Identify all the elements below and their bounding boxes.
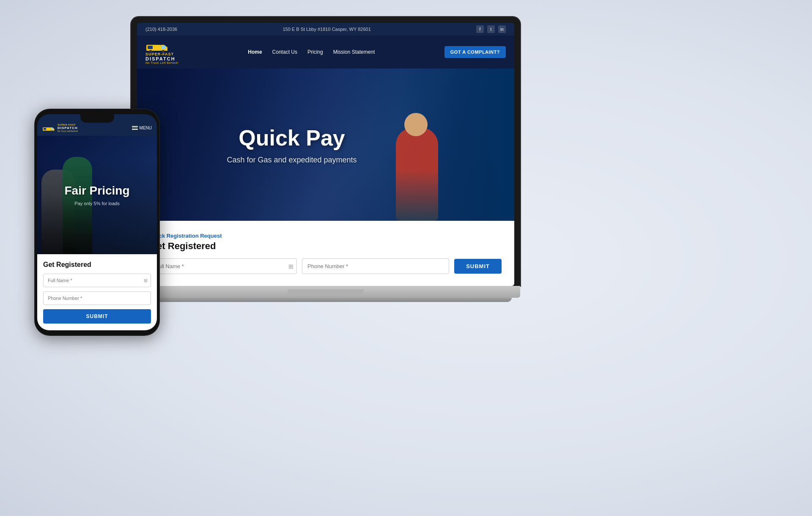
name-input-icon: ⊞ bbox=[288, 263, 294, 270]
phone-input[interactable] bbox=[302, 258, 449, 274]
full-name-wrap: ⊞ bbox=[150, 258, 297, 274]
hamburger-icon bbox=[132, 126, 138, 130]
site-hero: Quick Pay Cash for Gas and expedited pay… bbox=[137, 69, 514, 221]
nav-contact[interactable]: Contact Us bbox=[272, 49, 297, 55]
phone-notch bbox=[80, 114, 114, 123]
phone-wrap bbox=[302, 258, 449, 274]
phone-logo-icon bbox=[42, 124, 55, 132]
phone-menu-button[interactable]: MENU bbox=[132, 126, 152, 130]
social-icons: f t in bbox=[476, 25, 506, 33]
phone-brand-tagline: No Truck Left Behind! bbox=[58, 130, 78, 132]
phone-hero-subtitle: Pay only 5% for loads bbox=[64, 201, 129, 206]
phone-phone-input[interactable] bbox=[43, 291, 151, 305]
svg-rect-4 bbox=[148, 46, 153, 49]
twitter-icon[interactable]: t bbox=[487, 25, 495, 33]
reg-submit-button[interactable]: SUBMIT bbox=[454, 259, 502, 274]
hero-title: Quick Pay bbox=[227, 125, 357, 151]
full-name-input[interactable] bbox=[150, 258, 297, 274]
brand-dispatch: DISPATCH bbox=[145, 56, 176, 61]
laptop-screen-inner: (210) 418-2036 150 E B St Lbby #1810 Cas… bbox=[137, 23, 514, 286]
phone-reg-title: Get Registered bbox=[43, 261, 151, 269]
hero-person-figure bbox=[387, 102, 455, 221]
brand-tagline: No Truck Left Behind! bbox=[145, 61, 178, 64]
svg-rect-5 bbox=[162, 46, 166, 49]
phone-hero-content: Fair Pricing Pay only 5% for loads bbox=[58, 184, 136, 206]
hero-subtitle: Cash for Gas and expedited payments bbox=[227, 156, 357, 165]
logo-truck-icon bbox=[145, 40, 169, 52]
complaint-button[interactable]: GOT A COMPLAINT? bbox=[444, 46, 506, 58]
phone-logo-area: SUPER-FAST DISPATCH No Truck Left Behind… bbox=[42, 124, 78, 132]
topbar-address: 150 E B St Lbby #1810 Casper, WY 82601 bbox=[283, 27, 370, 32]
laptop-base bbox=[131, 286, 520, 298]
site-topbar: (210) 418-2036 150 E B St Lbby #1810 Cas… bbox=[137, 23, 514, 36]
phone-brand-dispatch: DISPATCH bbox=[58, 126, 78, 130]
site-navbar: SUPER-FAST DISPATCH No Truck Left Behind… bbox=[137, 36, 514, 69]
phone-hero-title: Fair Pricing bbox=[64, 184, 129, 198]
nav-home[interactable]: Home bbox=[248, 49, 262, 55]
phone-outer: SUPER-FAST DISPATCH No Truck Left Behind… bbox=[35, 109, 159, 335]
facebook-icon[interactable]: f bbox=[476, 25, 484, 33]
hero-content: Quick Pay Cash for Gas and expedited pay… bbox=[227, 125, 357, 165]
brand-super-fast: SUPER-FAST bbox=[145, 52, 174, 56]
svg-rect-11 bbox=[51, 128, 53, 129]
site-registration: Quick Registration Request Get Registere… bbox=[137, 221, 514, 286]
nav-mission[interactable]: Mission Statement bbox=[333, 49, 375, 55]
phone-full-name-wrap: ⊞ bbox=[43, 274, 151, 287]
svg-rect-10 bbox=[44, 128, 47, 129]
phone-name-icon: ⊞ bbox=[144, 278, 148, 283]
phone-menu-label: MENU bbox=[140, 126, 152, 130]
laptop-screen-outer: (210) 418-2036 150 E B St Lbby #1810 Cas… bbox=[131, 17, 520, 286]
phone-registration: Get Registered ⊞ SUBMIT bbox=[37, 254, 157, 330]
phone-hero: Fair Pricing Pay only 5% for loads bbox=[37, 136, 157, 254]
phone-phone-wrap bbox=[43, 291, 151, 305]
nav-pricing[interactable]: Pricing bbox=[307, 49, 323, 55]
topbar-phone: (210) 418-2036 bbox=[145, 27, 177, 32]
phone-logo-text: SUPER-FAST DISPATCH No Truck Left Behind… bbox=[58, 124, 78, 132]
reg-label: Quick Registration Request bbox=[150, 233, 502, 239]
laptop-hinge bbox=[288, 289, 364, 294]
phone-full-name-input[interactable] bbox=[43, 274, 151, 287]
svg-point-8 bbox=[44, 130, 46, 131]
site-nav-links: Home Contact Us Pricing Mission Statemen… bbox=[191, 49, 432, 55]
svg-point-9 bbox=[51, 130, 52, 131]
phone-submit-button[interactable]: SUBMIT bbox=[43, 309, 151, 324]
laptop-foot bbox=[140, 298, 512, 302]
linkedin-icon[interactable]: in bbox=[498, 25, 506, 33]
site-logo: SUPER-FAST DISPATCH No Truck Left Behind… bbox=[145, 40, 178, 64]
laptop-device: (210) 418-2036 150 E B St Lbby #1810 Cas… bbox=[131, 17, 520, 302]
phone-screen: SUPER-FAST DISPATCH No Truck Left Behind… bbox=[37, 114, 157, 330]
reg-form: ⊞ SUBMIT bbox=[150, 258, 502, 274]
phone-device: SUPER-FAST DISPATCH No Truck Left Behind… bbox=[35, 109, 159, 335]
reg-title: Get Registered bbox=[150, 241, 502, 252]
